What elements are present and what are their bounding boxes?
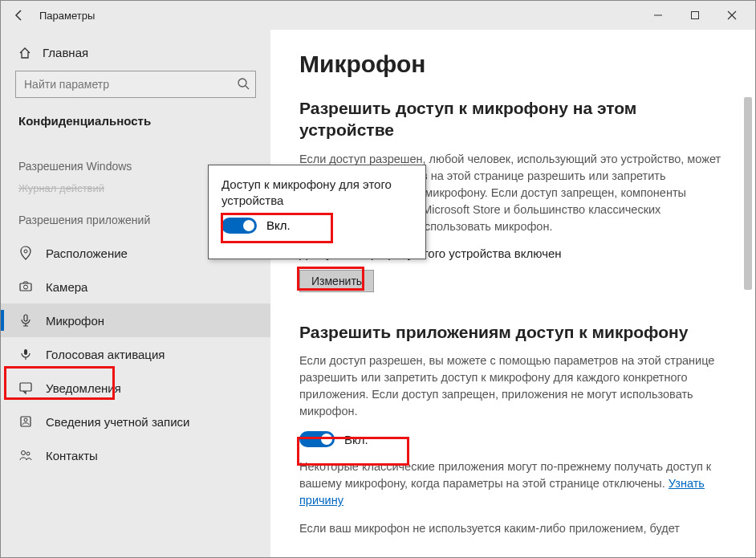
voice-icon	[18, 347, 33, 361]
window-title: Параметры	[39, 10, 95, 22]
scrollbar-thumb[interactable]	[744, 97, 752, 290]
svg-rect-5	[20, 283, 31, 291]
device-access-popup: Доступ к микрофону для этого устройства …	[208, 165, 426, 259]
back-button[interactable]	[6, 2, 33, 29]
apps-toggle-label: Вкл.	[344, 433, 368, 446]
arrow-left-icon	[13, 9, 26, 22]
content-pane: Микрофон Разрешить доступ к микрофону на…	[270, 30, 755, 557]
sidebar-item-account[interactable]: Сведения учетной записи	[1, 405, 270, 438]
sidebar-item-microphone[interactable]: Микрофон	[1, 303, 270, 337]
content-scrollbar[interactable]	[742, 62, 754, 556]
contacts-icon	[18, 448, 33, 462]
sidebar-item-voice[interactable]: Голосовая активация	[1, 337, 270, 371]
section2-body: Если доступ разрешен, вы можете с помощь…	[299, 352, 723, 420]
svg-point-11	[24, 418, 27, 422]
nav-home[interactable]: Главная	[1, 41, 270, 71]
settings-window: Параметры Главная Конфиденциальность	[0, 0, 756, 558]
svg-rect-7	[24, 315, 27, 321]
popup-title: Доступ к микрофону для этого устройства	[222, 177, 413, 210]
svg-point-4	[24, 250, 27, 253]
sidebar-item-label: Расположение	[46, 246, 128, 260]
close-icon	[727, 10, 737, 20]
sidebar-item-notifications[interactable]: Уведомления	[1, 371, 270, 405]
minimize-button[interactable]	[640, 2, 677, 28]
svg-rect-8	[24, 349, 27, 355]
sidebar-item-label: Сведения учетной записи	[46, 415, 190, 429]
sidebar-item-label: Голосовая активация	[46, 348, 165, 361]
search-input[interactable]	[15, 71, 256, 98]
search-icon	[237, 77, 250, 93]
footer-partial: Если ваш микрофон не используется каким-…	[299, 520, 723, 537]
section1-title: Разрешить доступ к микрофону на этом уст…	[299, 97, 723, 141]
svg-point-12	[22, 451, 26, 455]
svg-point-2	[238, 79, 246, 87]
svg-point-6	[24, 285, 28, 289]
sidebar-item-label: Контакты	[46, 449, 98, 462]
sidebar-item-label: Микрофон	[46, 314, 104, 328]
sidebar-item-label: Уведомления	[46, 381, 121, 395]
maximize-button[interactable]	[677, 2, 713, 28]
sidebar: Главная Конфиденциальность Разрешения Wi…	[1, 30, 270, 557]
nav-section-header: Конфиденциальность	[1, 112, 270, 141]
popup-toggle-row: Вкл.	[222, 218, 413, 234]
classic-apps-note: Некоторые классические приложения могут …	[299, 458, 723, 509]
svg-rect-1	[692, 12, 699, 19]
minimize-icon	[653, 10, 663, 20]
camera-icon	[18, 279, 33, 294]
toggle-knob	[243, 220, 254, 231]
toggle-knob	[321, 434, 332, 445]
sidebar-item-contacts[interactable]: Контакты	[1, 438, 270, 472]
classic-note-text: Некоторые классические приложения могут …	[299, 460, 711, 490]
apps-access-toggle[interactable]	[299, 431, 335, 447]
device-access-toggle[interactable]	[222, 218, 257, 234]
account-icon	[18, 414, 33, 429]
sidebar-item-camera[interactable]: Камера	[1, 270, 270, 303]
apps-toggle-row: Вкл.	[299, 431, 723, 447]
maximize-icon	[690, 10, 700, 20]
section2-title: Разрешить приложениям доступ к микрофону	[299, 321, 723, 343]
page-title: Микрофон	[299, 51, 723, 78]
svg-rect-9	[20, 383, 31, 391]
svg-point-13	[26, 452, 30, 455]
change-button[interactable]: Изменить	[299, 270, 374, 292]
sidebar-item-label: Камера	[46, 280, 87, 294]
location-icon	[18, 246, 33, 260]
home-icon	[18, 47, 31, 59]
titlebar: Параметры	[1, 1, 755, 30]
popup-toggle-label: Вкл.	[266, 218, 291, 232]
nav-home-label: Главная	[43, 46, 88, 59]
svg-line-3	[246, 86, 249, 89]
notifications-icon	[18, 381, 33, 395]
close-button[interactable]	[713, 2, 750, 28]
microphone-icon	[18, 313, 33, 328]
search-wrap	[15, 71, 256, 98]
